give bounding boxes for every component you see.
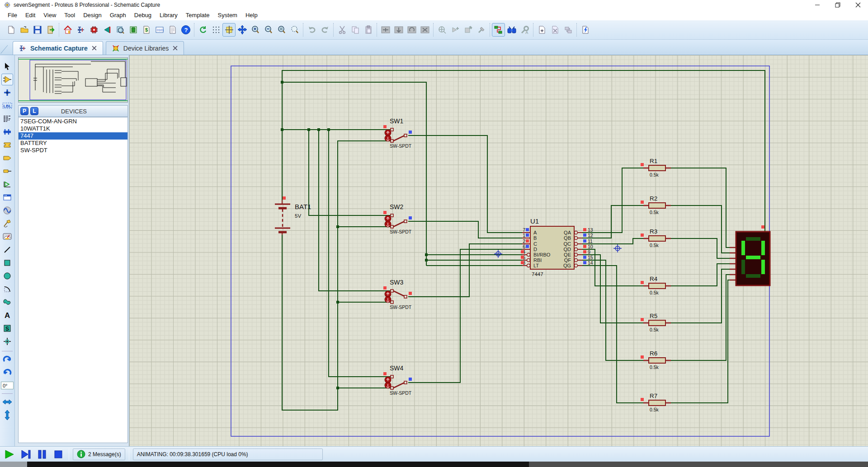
text-script-mode-icon[interactable] <box>1 113 13 125</box>
block-rotate-icon[interactable] <box>405 23 418 37</box>
overview-minimap[interactable] <box>18 57 128 103</box>
device-list-item[interactable]: BATTERY <box>19 140 127 147</box>
voltage-probe-mode-icon[interactable] <box>1 218 13 229</box>
switch-sw2[interactable]: SW2 SW-SPDT <box>383 203 412 234</box>
rotation-angle-input[interactable] <box>1 382 14 389</box>
block-copy-icon[interactable] <box>379 23 392 37</box>
gerber-viewer-icon[interactable] <box>113 23 127 37</box>
new-sheet-icon[interactable] <box>535 23 548 37</box>
active-popup-mode-icon[interactable] <box>1 191 13 203</box>
restore-button[interactable] <box>827 0 848 10</box>
resistor-r2[interactable]: R2 0.5k <box>641 195 671 215</box>
block-move-icon[interactable] <box>392 23 405 37</box>
2d-text-mode-icon[interactable]: A <box>1 309 13 321</box>
step-button[interactable] <box>19 448 33 460</box>
menu-view[interactable]: View <box>39 10 60 20</box>
menu-help[interactable]: Help <box>241 10 262 20</box>
pick-parts-icon[interactable] <box>435 23 448 37</box>
pcb-layout-icon[interactable] <box>87 23 100 37</box>
redraw-icon[interactable] <box>196 23 209 37</box>
2d-symbol-mode-icon[interactable]: S <box>1 322 13 334</box>
device-pin-mode-icon[interactable] <box>1 165 13 177</box>
tab-device-libraries[interactable]: Device Libraries <box>106 41 184 55</box>
mirror-vertical-icon[interactable] <box>1 409 13 421</box>
ic-u1-7447[interactable]: U1 7447 A <box>521 217 593 277</box>
switch-sw1[interactable]: SW1 SW-SPDT <box>383 117 412 149</box>
wire-label-mode-icon[interactable]: LBL <box>1 100 13 112</box>
electrical-rule-check-icon[interactable] <box>579 23 592 37</box>
bill-of-materials-icon[interactable]: $ <box>140 23 153 37</box>
menu-template[interactable]: Template <box>182 10 214 20</box>
open-project-icon[interactable] <box>18 23 31 37</box>
schematic-canvas[interactable]: BAT1 5V SW1 SW-SPDT <box>129 55 868 446</box>
help-icon[interactable]: ? <box>179 23 192 37</box>
minimize-button[interactable] <box>807 0 827 10</box>
packaging-tool-icon[interactable] <box>462 23 475 37</box>
decompose-icon[interactable] <box>475 23 488 37</box>
origin-icon[interactable] <box>222 23 236 37</box>
switch-sw4[interactable]: SW4 SW-SPDT <box>383 364 412 396</box>
play-button[interactable] <box>3 448 16 460</box>
2d-box-mode-icon[interactable] <box>1 257 13 269</box>
menu-file[interactable]: File <box>4 10 21 20</box>
2d-path-mode-icon[interactable] <box>1 296 13 308</box>
subcircuit-mode-icon[interactable] <box>1 139 13 151</box>
undo-icon[interactable] <box>305 23 318 37</box>
rotate-cw-icon[interactable] <box>1 354 13 365</box>
current-probe-mode-icon[interactable] <box>1 231 13 243</box>
stop-button[interactable] <box>52 448 65 460</box>
paste-icon[interactable] <box>362 23 375 37</box>
copy-icon[interactable] <box>349 23 362 37</box>
zoom-out-icon[interactable] <box>262 23 275 37</box>
resistor-r5[interactable]: R5 0.5k <box>641 313 671 332</box>
2d-marker-mode-icon[interactable] <box>1 336 13 347</box>
bus-mode-icon[interactable] <box>1 126 13 138</box>
simulation-log-icon[interactable] <box>166 23 179 37</box>
save-project-icon[interactable] <box>31 23 44 37</box>
2d-arc-mode-icon[interactable] <box>1 283 13 295</box>
schematic-capture-icon[interactable] <box>74 23 87 37</box>
make-device-icon[interactable] <box>448 23 462 37</box>
device-list-item[interactable]: 10WATT1K <box>19 125 127 132</box>
2d-line-mode-icon[interactable] <box>1 244 13 256</box>
new-file-icon[interactable] <box>5 23 18 37</box>
design-explorer-icon[interactable] <box>127 23 140 37</box>
menu-library[interactable]: Library <box>156 10 182 20</box>
message-panel[interactable]: 2 Message(s) <box>73 448 125 460</box>
terminal-mode-icon[interactable] <box>1 152 13 164</box>
search-tag-icon[interactable] <box>505 23 518 37</box>
menu-edit[interactable]: Edit <box>21 10 39 20</box>
zoom-in-icon[interactable] <box>249 23 262 37</box>
3d-visualizer-icon[interactable] <box>100 23 113 37</box>
tab-close-icon[interactable] <box>172 45 178 51</box>
junction-dot-mode-icon[interactable] <box>1 87 13 98</box>
library-manager-button[interactable]: L <box>30 107 38 115</box>
menu-system[interactable]: System <box>214 10 241 20</box>
switch-sw3[interactable]: SW3 SW-SPDT <box>383 279 412 310</box>
graph-mode-icon[interactable] <box>1 178 13 190</box>
menu-graph[interactable]: Graph <box>106 10 130 20</box>
menu-design[interactable]: Design <box>79 10 105 20</box>
2d-circle-mode-icon[interactable] <box>1 270 13 282</box>
battery-bat1[interactable]: BAT1 5V <box>275 196 311 235</box>
selection-mode-icon[interactable] <box>1 61 13 72</box>
resistor-r1[interactable]: R1 0.5k <box>641 158 671 177</box>
pan-icon[interactable] <box>236 23 249 37</box>
cut-icon[interactable] <box>335 23 349 37</box>
device-list-item[interactable]: 7SEG-COM-AN-GRN <box>19 118 127 125</box>
generator-mode-icon[interactable] <box>1 205 13 216</box>
pause-button[interactable] <box>35 448 49 460</box>
zoom-sheet-icon[interactable] <box>288 23 301 37</box>
zoom-area-icon[interactable] <box>275 23 288 37</box>
redo-icon[interactable] <box>318 23 331 37</box>
component-mode-icon[interactable] <box>1 74 13 85</box>
device-list-item-selected[interactable]: 7447 <box>19 132 127 140</box>
tab-schematic-capture[interactable]: Schematic Capture <box>13 41 103 55</box>
remove-sheet-icon[interactable] <box>548 23 561 37</box>
wire-autorouter-icon[interactable] <box>492 23 505 37</box>
toggle-grid-icon[interactable] <box>209 23 222 37</box>
exchange-sheet-icon[interactable] <box>561 23 575 37</box>
rotate-ccw-icon[interactable] <box>1 367 13 378</box>
resistor-r6[interactable]: R6 0.5k <box>641 350 671 370</box>
import-project-icon[interactable] <box>44 23 57 37</box>
